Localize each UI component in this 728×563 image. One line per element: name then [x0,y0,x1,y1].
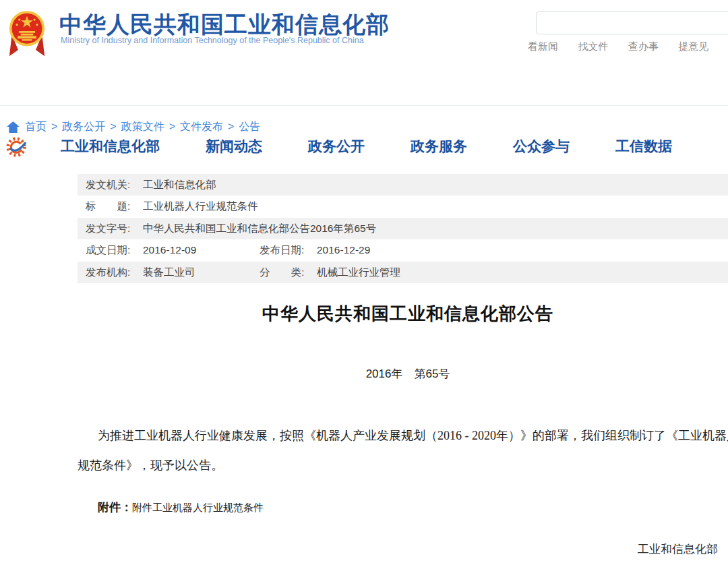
attachment-row: 附件：附件工业机器人行业规范条件 [78,499,728,516]
signature-date: 2016年12月9日 [78,560,718,563]
table-row: 发布机构:装备工业司 分 类:机械工业行业管理 [78,262,728,283]
paragraph-line: 为推进工业机器人行业健康发展，按照《机器人产业发展规划（2016 - 2020年… [78,421,728,450]
breadcrumb-notice[interactable]: 公告 [239,120,260,134]
breadcrumb-gov-open[interactable]: 政务公开 [62,120,105,134]
breadcrumb: 首页 > 政务公开 > 政策文件 > 文件发布 > 公告 [7,119,260,135]
meta-label-doc-number: 发文字号: [86,218,143,239]
breadcrumb-separator: > [110,121,116,133]
breadcrumb-release[interactable]: 文件发布 [180,120,223,134]
meta-value-publisher: 装备工业司 [143,266,195,278]
meta-label-publish-date: 发布日期: [260,239,317,261]
nav-item-gov-open[interactable]: 政务公开 [308,137,365,156]
attachment-label: 附件： [98,501,132,514]
breadcrumb-separator: > [169,121,175,133]
meta-col2: 发布日期:2016-12-29 [260,239,370,261]
quick-link-documents[interactable]: 找文件 [578,40,608,53]
signature-block: 工业和信息化部 2016年12月9日 [78,539,728,563]
site-subtitle: Ministry of Industry and Information Tec… [61,36,364,45]
table-row: 发文机关:工业和信息化部 [78,174,728,196]
signature-agency: 工业和信息化部 [78,539,718,560]
breadcrumb-separator: > [228,121,234,133]
breadcrumb-home[interactable]: 首页 [25,120,47,134]
meta-value-publish-date: 2016-12-29 [317,244,370,256]
search-input[interactable] [536,11,728,34]
nav-item-data[interactable]: 工信数据 [615,137,672,156]
attachment-link[interactable]: 附件工业机器人行业规范条件 [132,502,264,513]
quick-link-services[interactable]: 查办事 [628,40,659,53]
quick-links: 看新闻 找文件 查办事 提意见 查数据 [528,40,728,53]
meta-label-publisher: 发布机构: [86,262,143,283]
quick-link-feedback[interactable]: 提意见 [678,40,708,53]
meta-value-doc-number: 中华人民共和国工业和信息化部公告2016年第65号 [143,223,376,234]
nav-item-public[interactable]: 公众参与 [513,137,570,156]
meta-label-category: 分 类: [260,262,317,283]
table-row: 成文日期:2016-12-09 发布日期:2016-12-29 [78,239,728,261]
table-row: 发文字号:中华人民共和国工业和信息化部公告2016年第65号 [78,218,728,239]
meta-label-written-date: 成文日期: [86,239,143,261]
meta-value-title: 工业机器人行业规范条件 [143,200,258,212]
meta-label-title: 标 题: [86,196,143,217]
document-content: 中华人民共和国工业和信息化部公告 2016年 第65号 为推进工业机器人行业健康… [78,297,728,563]
meta-value-category: 机械工业行业管理 [317,266,400,278]
miit-gear-logo-icon [5,136,28,158]
page-title: 中华人民共和国工业和信息化部公告 [78,302,728,326]
document-number: 2016年 第65号 [78,366,728,382]
table-row: 标 题:工业机器人行业规范条件 [78,196,728,217]
home-icon[interactable] [7,121,20,133]
site-header: 中华人民共和国工业和信息化部 Ministry of Industry and … [0,0,728,64]
nav-items: 工业和信息化部 新闻动态 政务公开 政务服务 公众参与 工信数据 [61,137,672,156]
document-meta-table: 发文机关:工业和信息化部 标 题:工业机器人行业规范条件 发文字号:中华人民共和… [78,174,728,283]
nav-item-services[interactable]: 政务服务 [411,137,467,156]
nav-item-miit[interactable]: 工业和信息化部 [61,137,160,156]
meta-label-issuing-agency: 发文机关: [86,174,143,196]
nav-item-news[interactable]: 新闻动态 [206,137,262,156]
quick-link-news[interactable]: 看新闻 [528,40,558,53]
main-nav: 工业和信息化部 新闻动态 政务公开 政务服务 公众参与 工信数据 [0,64,728,106]
national-emblem-icon [8,2,46,60]
meta-value-issuing-agency: 工业和信息化部 [143,179,216,190]
document-body: 为推进工业机器人行业健康发展，按照《机器人产业发展规划（2016 - 2020年… [78,421,728,480]
breadcrumb-separator: > [51,121,57,133]
meta-value-written-date: 2016-12-09 [143,244,196,256]
breadcrumb-policy[interactable]: 政策文件 [121,120,164,134]
meta-col2: 分 类:机械工业行业管理 [260,262,400,283]
paragraph-line: 规范条件》，现予以公告。 [78,450,728,480]
